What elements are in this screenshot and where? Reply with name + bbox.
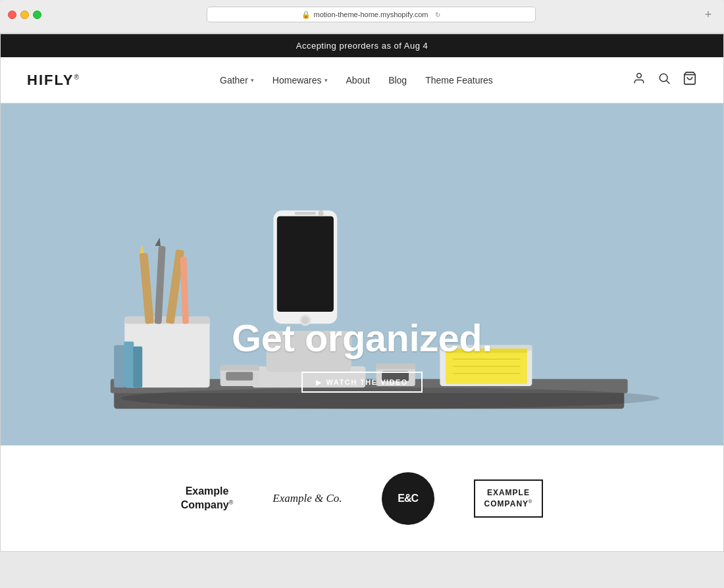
browser-dots xyxy=(8,11,41,19)
chevron-down-icon: ▾ xyxy=(251,77,254,84)
brand-box-text: ExampleCompany® xyxy=(484,487,533,510)
svg-rect-21 xyxy=(295,212,316,214)
nav-item-gather[interactable]: Gather ▾ xyxy=(220,75,254,86)
announcement-text: Accepting preorders as of Aug 4 xyxy=(296,41,428,51)
brand-circle-enc: E&C xyxy=(382,472,434,525)
announcement-bar: Accepting preorders as of Aug 4 xyxy=(1,34,723,57)
nav-item-about[interactable]: About xyxy=(346,75,371,86)
nav-label-blog: Blog xyxy=(388,75,407,86)
nav-item-homewares[interactable]: Homewares ▾ xyxy=(272,75,328,86)
hero-section: 🏷 Get organized. ▶ WATCH THE VIDEO xyxy=(1,103,723,445)
brand-box: ExampleCompany® xyxy=(474,479,544,518)
logo-trademark: ® xyxy=(74,73,80,80)
chevron-down-icon: ▾ xyxy=(324,77,328,84)
dot-minimize[interactable] xyxy=(20,11,29,19)
hero-image: 🏷 xyxy=(1,103,723,445)
nav-label-homewares: Homewares xyxy=(272,75,322,86)
nav-item-theme-features[interactable]: Theme Features xyxy=(425,75,493,86)
browser-tabs xyxy=(8,28,716,33)
svg-line-2 xyxy=(667,81,670,84)
site-header: HIFLY® Gather ▾ Homewares ▾ About Blog xyxy=(1,57,723,103)
brands-section: ExampleCompany® Example & Co. E&C Exampl… xyxy=(1,445,723,551)
new-tab-button[interactable]: + xyxy=(700,7,716,22)
nav-list: Gather ▾ Homewares ▾ About Blog Theme Fe… xyxy=(220,75,493,86)
brand-logo-3: E&C xyxy=(382,472,434,525)
brand-logo-2: Example & Co. xyxy=(272,492,342,505)
logo-text: HIFLY xyxy=(27,72,74,88)
account-icon[interactable] xyxy=(633,72,646,88)
browser-address-bar[interactable]: 🔒 motion-theme-home.myshopify.com ↻ xyxy=(207,7,536,22)
dot-fullscreen[interactable] xyxy=(33,11,41,19)
site-logo[interactable]: HIFLY® xyxy=(27,72,80,89)
svg-rect-18 xyxy=(277,216,334,312)
page-wrapper: Accepting preorders as of Aug 4 HIFLY® G… xyxy=(0,34,724,552)
svg-point-22 xyxy=(318,210,324,216)
cart-icon[interactable] xyxy=(683,71,697,89)
hero-title: Get organized. xyxy=(1,316,723,360)
lock-icon: 🔒 xyxy=(301,11,311,19)
dot-close[interactable] xyxy=(8,11,16,19)
play-icon: ▶ xyxy=(316,379,323,386)
refresh-icon[interactable]: ↻ xyxy=(435,11,440,18)
hero-cta-label: WATCH THE VIDEO xyxy=(326,378,408,386)
address-bar-url: motion-theme-home.myshopify.com xyxy=(313,11,428,18)
svg-point-0 xyxy=(637,74,642,78)
brand-logo-4: ExampleCompany® xyxy=(474,479,544,518)
nav-label-gather: Gather xyxy=(220,75,248,86)
search-icon[interactable] xyxy=(658,72,671,88)
browser-chrome: 🔒 motion-theme-home.myshopify.com ↻ + xyxy=(0,0,724,34)
header-icons xyxy=(633,71,697,89)
svg-point-1 xyxy=(659,74,667,82)
address-bar-wrapper: 🔒 motion-theme-home.myshopify.com ↻ xyxy=(48,7,694,22)
watch-video-button[interactable]: ▶ WATCH THE VIDEO xyxy=(301,372,423,393)
nav-label-theme-features: Theme Features xyxy=(425,75,493,86)
nav-item-blog[interactable]: Blog xyxy=(388,75,407,86)
hero-overlay: Get organized. ▶ WATCH THE VIDEO xyxy=(1,316,723,393)
brand-logo-1: ExampleCompany® xyxy=(181,485,234,512)
browser-titlebar: 🔒 motion-theme-home.myshopify.com ↻ + xyxy=(8,7,716,22)
nav-label-about: About xyxy=(346,75,371,86)
main-nav: Gather ▾ Homewares ▾ About Blog Theme Fe… xyxy=(220,75,493,86)
